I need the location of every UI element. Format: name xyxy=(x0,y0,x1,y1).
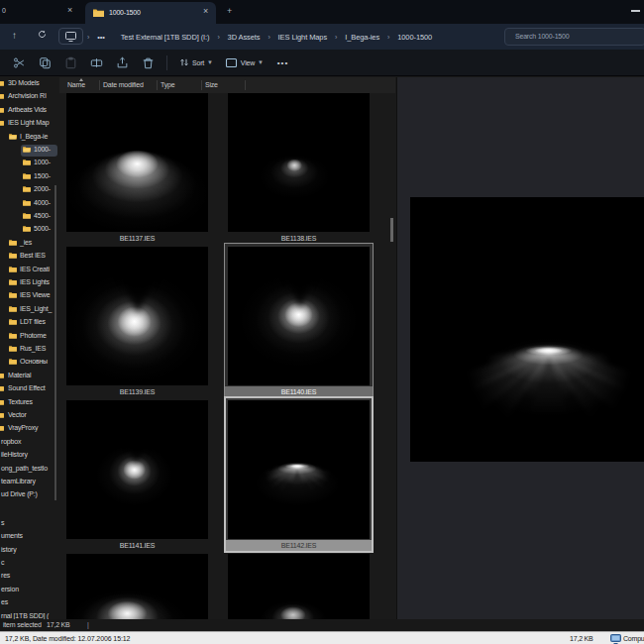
tree-item-textures[interactable]: Textures xyxy=(0,396,59,408)
tree-item-label: I_Bega-ie xyxy=(20,133,48,140)
ies-thumbnail xyxy=(66,93,208,232)
tree-item-3dmodels[interactable]: 3D Models xyxy=(0,77,59,89)
search-input[interactable]: Search 1000-1500 xyxy=(504,28,644,46)
tree-item-label: Rus_IES xyxy=(20,345,46,352)
tree-item-ersion[interactable]: ersion xyxy=(0,584,59,595)
status-details: 17,2 KB, Date modified: 12.07.2006 15:12 xyxy=(5,635,130,642)
tree-item-rnal1tbsdd[interactable]: rnal [1TB SDD] ( xyxy=(0,610,59,619)
file-tile[interactable] xyxy=(224,550,374,619)
tree-item-1500-[interactable]: 1500- xyxy=(0,170,59,182)
folder-icon xyxy=(9,239,17,246)
new-tab-button[interactable]: + xyxy=(227,6,232,16)
tree-item-label: _ies xyxy=(20,239,32,246)
tree-item-label: es xyxy=(1,598,8,605)
content-scrollbar[interactable] xyxy=(390,218,393,242)
delete-icon[interactable] xyxy=(142,56,155,69)
cut-icon[interactable] xyxy=(13,56,26,69)
tree-item-2000-[interactable]: 2000- xyxy=(0,183,59,195)
minimize-icon[interactable] xyxy=(631,10,640,12)
file-tile[interactable]: BE1139.IES xyxy=(62,243,212,398)
tree-item-photome[interactable]: Photome xyxy=(0,330,59,342)
tree-item-1000-[interactable]: 1000- xyxy=(0,157,59,168)
folder-icon xyxy=(0,79,4,86)
breadcrumb-item[interactable]: I_Bega-ies xyxy=(337,33,387,42)
breadcrumb-item[interactable]: 3D Assets xyxy=(220,33,268,42)
tree-item-vrayproxy[interactable]: VrayProxy xyxy=(0,422,59,434)
this-pc-chip[interactable] xyxy=(58,28,83,45)
tree-item-label: uments xyxy=(1,532,23,539)
sort-button[interactable]: Sort ▼ xyxy=(179,57,213,67)
breadcrumb-item[interactable]: IES Light Maps xyxy=(270,33,335,42)
breadcrumb: › ••• Test External [1TB SDD] (I:)›3D As… xyxy=(87,24,440,50)
tree-item-soundeffect[interactable]: Sound Effect xyxy=(0,382,59,394)
tree-item-4500-[interactable]: 4500- xyxy=(0,210,59,222)
close-tab-icon[interactable]: × xyxy=(203,6,208,16)
rename-icon[interactable] xyxy=(90,56,103,69)
status-size: 17,2 KB xyxy=(570,635,593,642)
tree-item-es[interactable]: es xyxy=(0,596,59,608)
folder-icon xyxy=(23,225,31,232)
tree-item-uddrivep[interactable]: ud Drive (P:) xyxy=(0,488,59,500)
tree-item-label: IES_Light_ xyxy=(20,305,52,312)
close-tab-icon[interactable]: × xyxy=(67,5,72,15)
tree-item-ong_path_testlo[interactable]: ong_path_testlo xyxy=(0,463,59,475)
tree-item-4000-[interactable]: 4000- xyxy=(0,197,59,209)
tree-item-ilehistory[interactable]: ileHistory xyxy=(0,449,59,461)
tree-item-c[interactable]: c xyxy=(0,557,59,569)
tree-item-res[interactable]: res xyxy=(0,570,59,582)
column-header-size[interactable]: Size xyxy=(205,81,218,88)
tree-item-_ies[interactable]: _ies xyxy=(0,237,59,249)
breadcrumb-item[interactable]: Test External [1TB SDD] (I:) xyxy=(113,33,218,42)
file-tile[interactable]: BE1138.IES xyxy=(224,89,374,245)
tree-item-material[interactable]: Material xyxy=(0,370,59,381)
file-tile[interactable]: BE1141.IES xyxy=(62,396,212,552)
tree-item-5000-[interactable]: 5000- xyxy=(0,223,59,235)
tree-item-teamlibrary[interactable]: teamLibrary xyxy=(0,476,59,487)
up-arrow-icon[interactable]: ↑ xyxy=(12,30,17,41)
breadcrumb-overflow[interactable]: ••• xyxy=(89,33,113,42)
partial-tab-label[interactable]: 0 xyxy=(2,7,6,14)
tree-item-uments[interactable]: uments xyxy=(0,530,59,542)
folder-open-icon xyxy=(23,146,31,153)
tree-item-s[interactable]: s xyxy=(0,517,59,529)
light-distribution xyxy=(66,400,208,539)
tree-item-i_bega-ie[interactable]: I_Bega-ie xyxy=(0,131,59,143)
tree-item-ieslights[interactable]: IES Lights xyxy=(0,276,59,288)
tree-item-1000-[interactable]: 1000- xyxy=(0,144,59,156)
file-tile[interactable]: BE1142.IES xyxy=(224,396,374,553)
tree-item-besties[interactable]: Best IES xyxy=(0,250,59,262)
column-header-type[interactable]: Type xyxy=(161,81,174,88)
tree-item-iescreati[interactable]: IES Creati xyxy=(0,264,59,275)
copy-icon[interactable] xyxy=(39,56,52,69)
status-selected-text: item selected xyxy=(3,621,42,628)
computer-icon xyxy=(65,32,76,42)
tree-item-istory[interactable]: istory xyxy=(0,544,59,556)
file-tile[interactable] xyxy=(62,550,212,619)
column-header-date-modified[interactable]: Date modified xyxy=(103,81,144,88)
tree-item-vector[interactable]: Vector xyxy=(0,409,59,421)
tree-item-ies_light_[interactable]: IES_Light_ xyxy=(0,303,59,315)
tree-item-основны[interactable]: Основны xyxy=(0,356,59,368)
folder-icon xyxy=(9,345,17,352)
view-button[interactable]: View ▼ xyxy=(225,56,264,69)
tree-item-artbeatsvids[interactable]: Artbeats Vids xyxy=(0,104,59,116)
tree-item-ropbox[interactable]: ropbox xyxy=(0,436,59,448)
file-tile[interactable]: BE1140.IES xyxy=(224,243,374,398)
breadcrumb-item[interactable]: 1000-1500 xyxy=(389,33,440,42)
refresh-icon[interactable] xyxy=(38,30,47,39)
folder-icon xyxy=(0,384,4,391)
tree-item-rus_ies[interactable]: Rus_IES xyxy=(0,343,59,355)
tree-item-label: Best IES xyxy=(20,252,46,259)
file-tile[interactable]: BE1137.IES xyxy=(62,89,212,245)
paste-icon[interactable] xyxy=(64,56,77,69)
share-icon[interactable] xyxy=(116,56,129,69)
status-computer-label: Computer xyxy=(623,635,644,642)
more-options-button[interactable]: ••• xyxy=(277,58,288,67)
tree-item-ieslightmap[interactable]: IES Light Map xyxy=(0,117,59,129)
column-header-name[interactable]: Name xyxy=(67,81,85,88)
tree-item-ldtfiles[interactable]: LDT files xyxy=(0,316,59,328)
tree-item-iesviewe[interactable]: IES Viewe xyxy=(0,289,59,301)
tab-active[interactable]: 1000-1500 × xyxy=(85,2,216,24)
tree-item-archvisionri[interactable]: Archvision RI xyxy=(0,90,59,102)
folder-icon xyxy=(0,398,4,405)
